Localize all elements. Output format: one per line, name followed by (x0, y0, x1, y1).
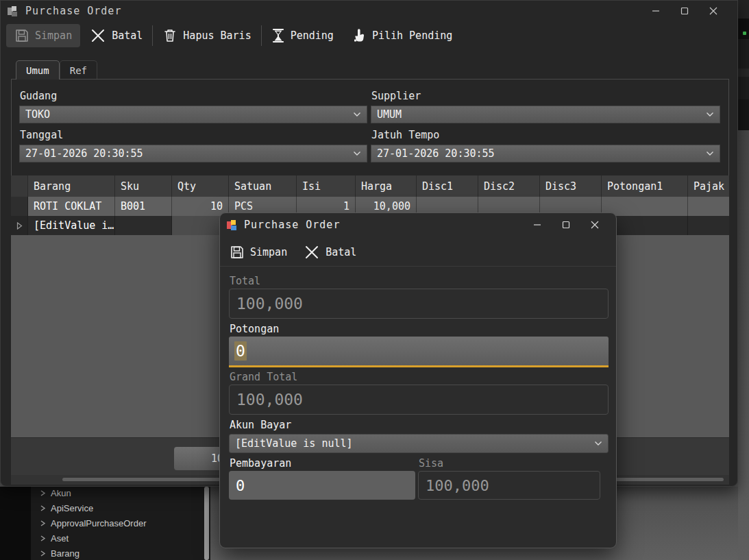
chevron-right-icon (40, 490, 46, 496)
grid-cell[interactable] (688, 216, 729, 235)
column-header[interactable]: Potongan1 (602, 175, 688, 197)
potongan-value: 0 (234, 341, 247, 361)
combo-chevron-icon (706, 112, 714, 117)
column-header[interactable]: Barang (28, 175, 115, 197)
background-band (738, 39, 749, 69)
simpan-button[interactable]: Simpan (6, 24, 80, 47)
save-icon (230, 245, 245, 260)
jatuh-tempo-combo[interactable]: 27-01-2026 20:30:55 (371, 145, 720, 162)
grid-cell[interactable]: B001 (115, 197, 172, 216)
tab-ref[interactable]: Ref (60, 60, 97, 80)
grid-cell[interactable] (688, 197, 729, 216)
tanggal-label: Tanggal (20, 129, 63, 141)
dialog-app-icon (226, 219, 238, 231)
status-dot (743, 32, 746, 35)
column-header[interactable]: Sku (115, 175, 172, 197)
background-band (738, 77, 749, 99)
chevron-right-icon (40, 505, 46, 511)
potongan-label: Potongan (230, 323, 279, 335)
grid-header-row: Barang Sku Qty Satuan Isi Harga Disc1 Di… (11, 175, 729, 197)
batal-button[interactable]: Batal (84, 24, 148, 47)
grid-cell[interactable]: ROTI COKLAT (28, 197, 115, 216)
combo-chevron-icon (594, 441, 602, 446)
column-header[interactable]: Harga (356, 175, 417, 197)
pending-button[interactable]: Pending (266, 24, 339, 47)
tabstrip: Umum Ref (16, 60, 97, 80)
grid-cell[interactable]: [EditValue i… (28, 216, 115, 235)
row-indicator (11, 197, 28, 216)
simpan-label: Simpan (35, 29, 72, 42)
chevron-right-icon (40, 520, 46, 526)
supplier-label: Supplier (371, 90, 421, 102)
tanggal-value: 27-01-2026 20:30:55 (25, 147, 353, 160)
tree-item[interactable]: Barang (31, 546, 202, 560)
column-header[interactable]: Disc2 (478, 175, 540, 197)
total-field: 100,000 (229, 289, 609, 319)
dialog-batal-button[interactable]: Batal (298, 241, 362, 264)
pending-label: Pending (291, 29, 334, 42)
total-value: 100,000 (236, 295, 303, 313)
dialog-toolbar: Simpan Batal (220, 238, 616, 267)
tree-item[interactable]: Aset (31, 531, 202, 546)
tree-item[interactable]: ApiService (31, 500, 202, 515)
tree-item[interactable]: Akun (31, 485, 202, 500)
hapus-baris-button[interactable]: Hapus Baris (157, 24, 256, 47)
tree-item[interactable]: ApprovalPurchaseOrder (31, 515, 202, 531)
tanggal-combo[interactable]: 27-01-2026 20:30:55 (19, 145, 367, 162)
column-header[interactable]: Pajak (688, 175, 729, 197)
column-header[interactable]: Disc3 (540, 175, 602, 197)
batal-label: Batal (112, 29, 143, 42)
pick-pending-icon (352, 28, 367, 43)
gudang-label: Gudang (20, 90, 57, 102)
chevron-right-icon (40, 550, 46, 557)
background-band (738, 69, 749, 77)
row-expand-icon (16, 222, 23, 230)
background-band (738, 130, 749, 560)
toolbar-separator (261, 25, 262, 46)
background-dark-panel (0, 487, 31, 560)
dialog-minimize-button[interactable] (523, 215, 552, 235)
jatuh-tempo-value: 27-01-2026 20:30:55 (377, 147, 706, 160)
dialog-close-button[interactable] (580, 215, 609, 235)
hapus-baris-label: Hapus Baris (183, 29, 251, 42)
total-label: Total (230, 275, 260, 287)
combo-chevron-icon (353, 112, 361, 117)
row-expand-indicator[interactable] (11, 216, 28, 235)
tree-item-label: Aset (51, 533, 69, 544)
akun-bayar-value: [EditValue is null] (235, 437, 594, 450)
app-icon (7, 5, 19, 17)
background-band (738, 0, 749, 19)
pembayaran-input[interactable]: 0 (229, 471, 415, 500)
sisa-field: 100,000 (418, 471, 600, 500)
potongan-input[interactable]: 0 (229, 337, 609, 367)
jatuh-tempo-label: Jatuh Tempo (371, 129, 439, 141)
delete-row-icon (162, 28, 177, 43)
save-icon (14, 28, 29, 43)
close-button[interactable] (699, 1, 728, 21)
supplier-combo[interactable]: UMUM (371, 106, 720, 123)
dialog-simpan-button[interactable]: Simpan (224, 241, 293, 264)
payment-dialog: Purchase Order Simpan B (219, 212, 617, 548)
maximize-button[interactable] (670, 1, 699, 21)
chevron-right-icon (40, 535, 46, 541)
tab-umum-label: Umum (26, 65, 49, 76)
tab-ref-label: Ref (70, 65, 87, 76)
column-header[interactable]: Isi (297, 175, 356, 197)
pembayaran-value: 0 (236, 477, 245, 494)
column-header[interactable]: Satuan (229, 175, 297, 197)
akun-bayar-combo[interactable]: [EditValue is null] (229, 434, 609, 453)
pilih-pending-button[interactable]: Pilih Pending (346, 24, 458, 47)
dialog-maximize-button[interactable] (552, 215, 580, 235)
pilih-pending-label: Pilih Pending (372, 29, 452, 42)
column-header[interactable]: Disc1 (417, 175, 478, 197)
tab-umum[interactable]: Umum (16, 60, 60, 80)
gudang-combo[interactable]: TOKO (19, 106, 367, 123)
grand-total-field: 100,000 (229, 385, 609, 415)
toolbar: Simpan Batal Hapus Baris Pen (1, 21, 737, 50)
grid-cell[interactable] (115, 216, 172, 235)
minimize-button[interactable] (641, 1, 670, 21)
column-header[interactable]: Qty (172, 175, 229, 197)
tree-item-label: Akun (51, 488, 71, 498)
tree-scrollbar[interactable] (204, 487, 209, 560)
background-band (738, 19, 749, 39)
